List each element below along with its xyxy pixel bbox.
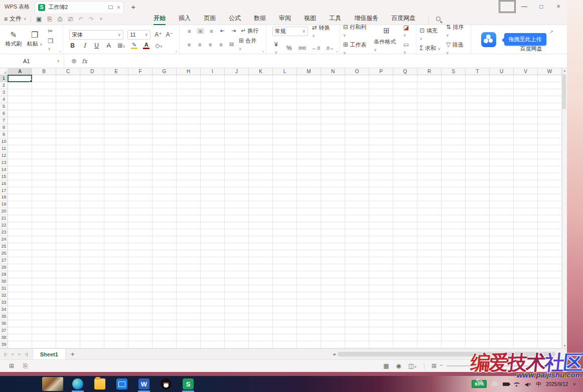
insert-function-icon[interactable]: ⊕: [71, 57, 77, 65]
row-header-20[interactable]: 20: [0, 208, 8, 215]
merge-center-button[interactable]: ⊞ 合并 ∨: [239, 37, 260, 52]
wps-home-tab[interactable]: WPS 表格: [0, 0, 35, 13]
column-header-M[interactable]: M: [297, 68, 321, 75]
row-header-34[interactable]: 34: [0, 306, 8, 313]
scroll-right-icon[interactable]: ▶: [556, 352, 562, 356]
increase-decimal-button[interactable]: ←.0: [312, 46, 320, 51]
italic-button[interactable]: I: [81, 42, 88, 49]
sheet-tab-sheet1[interactable]: Sheet1: [33, 349, 66, 359]
row-header-32[interactable]: 32: [0, 292, 8, 299]
row-header-33[interactable]: 33: [0, 299, 8, 306]
battery-icon[interactable]: [503, 382, 509, 386]
row-header-25[interactable]: 25: [0, 243, 8, 250]
column-header-J[interactable]: J: [225, 68, 249, 75]
row-header-16[interactable]: 16: [0, 180, 8, 187]
strikethrough-button[interactable]: A: [105, 42, 112, 49]
row-header-39[interactable]: 39: [0, 341, 8, 348]
row-header-11[interactable]: 11: [0, 145, 8, 152]
menu-tab-开始[interactable]: 开始: [148, 13, 172, 25]
filter-button[interactable]: ▽ 筛选 ∨: [446, 41, 468, 56]
menu-tab-插入[interactable]: 插入: [173, 13, 197, 25]
column-header-I[interactable]: I: [201, 68, 225, 75]
taskbar-app-word[interactable]: W: [137, 376, 151, 392]
column-header-N[interactable]: N: [321, 68, 345, 75]
menu-tab-百度网盘[interactable]: 百度网盘: [385, 13, 421, 25]
number-format-select[interactable]: 常规 ∨: [272, 27, 308, 36]
column-header-K[interactable]: K: [249, 68, 273, 75]
row-header-21[interactable]: 21: [0, 215, 8, 222]
column-header-L[interactable]: L: [273, 68, 297, 75]
scroll-down-icon[interactable]: ▼: [562, 344, 567, 347]
column-header-V[interactable]: V: [514, 68, 538, 75]
horizontal-scroll-thumb[interactable]: [338, 352, 555, 356]
column-header-C[interactable]: C: [56, 68, 80, 75]
row-header-35[interactable]: 35: [0, 313, 8, 320]
align-middle-button[interactable]: ≡: [197, 28, 204, 34]
row-header-6[interactable]: 6: [0, 110, 8, 117]
next-sheet-button[interactable]: >: [18, 352, 20, 357]
decrease-indent-button[interactable]: ⇤: [219, 28, 226, 34]
new-tab-button[interactable]: +: [131, 3, 135, 11]
menu-tab-数据[interactable]: 数据: [248, 13, 272, 25]
paste-button[interactable]: ❐ 粘贴 ∨: [24, 31, 45, 48]
tab-close-icon[interactable]: ×: [117, 4, 120, 11]
align-top-button[interactable]: ≡: [186, 28, 193, 34]
thousands-button[interactable]: 000: [299, 46, 306, 51]
number-dialog-launcher[interactable]: ⌄: [335, 49, 339, 53]
column-header-D[interactable]: D: [80, 68, 104, 75]
row-header-27[interactable]: 27: [0, 257, 8, 264]
column-header-O[interactable]: O: [345, 68, 369, 75]
align-right-button[interactable]: ≡: [207, 42, 214, 48]
bold-button[interactable]: B: [69, 42, 76, 49]
pin-icon[interactable]: [108, 6, 113, 9]
file-menu[interactable]: ≡ 文件 ∨: [0, 15, 31, 23]
export-button[interactable]: ⎘: [47, 16, 52, 23]
cell-style-button[interactable]: ◪ ∨: [403, 24, 413, 38]
autosum-button[interactable]: Σ 求和 ∨: [419, 45, 441, 52]
copy-button[interactable]: ❐ ∨: [48, 38, 57, 52]
shrink-font-button[interactable]: A⁻: [166, 31, 173, 38]
row-header-15[interactable]: 15: [0, 173, 8, 180]
align-bottom-button[interactable]: ≡: [208, 28, 215, 34]
alignment-dialog-launcher[interactable]: ⌄: [261, 49, 265, 53]
vertical-scrollbar[interactable]: ▲ ▼: [562, 68, 567, 348]
row-header-23[interactable]: 23: [0, 229, 8, 236]
column-header-B[interactable]: B: [32, 68, 56, 75]
status-doc-icon[interactable]: ⎘: [23, 362, 28, 369]
menu-tab-页面[interactable]: 页面: [198, 13, 222, 25]
row-header-5[interactable]: 5: [0, 103, 8, 110]
row-header-7[interactable]: 7: [0, 117, 8, 124]
row-header-1[interactable]: 1: [0, 75, 8, 82]
row-header-28[interactable]: 28: [0, 264, 8, 271]
taskbar-widget-thumbnail[interactable]: [42, 377, 63, 391]
column-header-H[interactable]: H: [177, 68, 201, 75]
row-header-30[interactable]: 30: [0, 278, 8, 285]
taskbar-app-qq[interactable]: [160, 376, 173, 392]
page-break-view-icon[interactable]: ⊞: [431, 362, 436, 369]
row-header-18[interactable]: 18: [0, 194, 8, 201]
format-cells-button[interactable]: ▭ ∨: [403, 41, 413, 55]
format-painter-button[interactable]: ✎ 格式刷: [3, 31, 24, 48]
taskbar-app-wps-office[interactable]: S: [182, 376, 195, 392]
row-header-9[interactable]: 9: [0, 131, 8, 138]
percent-button[interactable]: %: [286, 45, 293, 52]
clock-date[interactable]: 2025/9/12: [546, 381, 568, 387]
align-left-button[interactable]: ≡: [186, 42, 193, 48]
close-button[interactable]: ×: [550, 0, 567, 13]
tray-expand-icon[interactable]: ∨: [572, 381, 576, 386]
column-header-U[interactable]: U: [490, 68, 514, 75]
column-header-P[interactable]: P: [369, 68, 393, 75]
wifi-icon[interactable]: [514, 382, 520, 386]
decrease-decimal-button[interactable]: .0→: [326, 46, 334, 51]
zoom-in-icon[interactable]: +: [551, 362, 554, 368]
row-header-24[interactable]: 24: [0, 236, 8, 243]
print-button[interactable]: ⎙: [58, 16, 63, 23]
document-tab[interactable]: S 工作簿2 ×: [35, 1, 124, 13]
wrap-text-button[interactable]: ↵ 换行: [241, 27, 258, 35]
upload-link-icon[interactable]: ↗: [549, 29, 553, 35]
row-header-29[interactable]: 29: [0, 271, 8, 278]
sort-button[interactable]: ⇅ 排序 ∨: [446, 24, 468, 38]
cut-button[interactable]: ✂: [48, 28, 57, 35]
row-header-12[interactable]: 12: [0, 152, 8, 159]
save-button[interactable]: ▣: [36, 16, 42, 23]
